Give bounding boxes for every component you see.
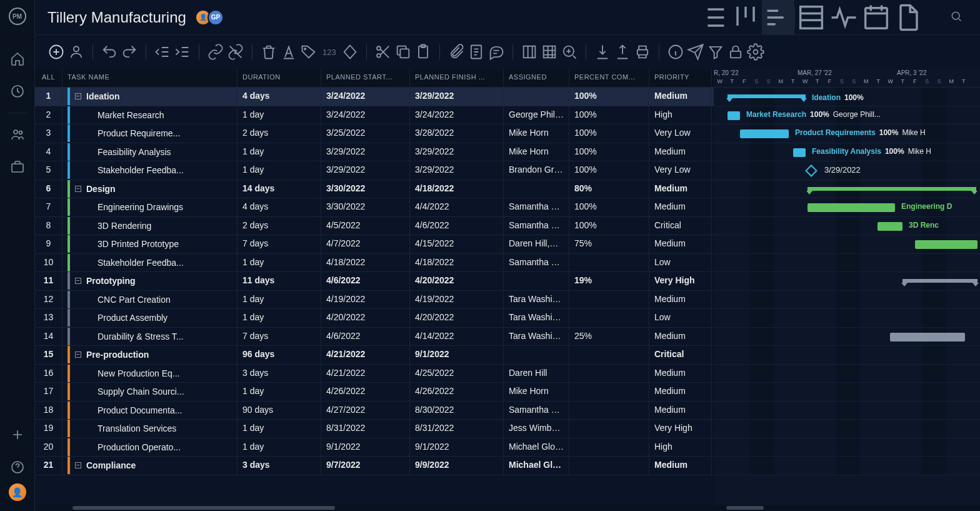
table-row[interactable]: 14Durability & Stress T...7 days4/6/2022… <box>35 328 714 347</box>
delete-icon[interactable] <box>260 43 278 61</box>
gantt-row[interactable] <box>714 272 980 291</box>
export-icon[interactable] <box>614 43 631 61</box>
grid-icon[interactable] <box>541 43 558 61</box>
gantt-row[interactable] <box>714 346 980 365</box>
table-row[interactable]: 15−Pre-production96 days4/21/20229/1/202… <box>35 346 714 365</box>
gantt-body[interactable]: Ideation100%Market Research100%George Ph… <box>714 88 980 475</box>
attach-icon[interactable] <box>448 43 465 61</box>
gantt-task-bar[interactable]: Feasibility Analysis100%Mike H <box>793 148 806 157</box>
add-icon[interactable] <box>10 427 25 442</box>
filter-icon[interactable] <box>707 43 724 61</box>
app-logo[interactable]: PM <box>9 8 26 25</box>
comment-icon[interactable] <box>488 43 505 61</box>
collapse-icon[interactable]: − <box>75 462 81 468</box>
gantt-summary-bar[interactable]: Ideation100% <box>728 94 806 98</box>
gantt-view-icon[interactable] <box>762 0 794 35</box>
cut-icon[interactable] <box>374 43 392 61</box>
files-view-icon[interactable] <box>892 0 925 35</box>
col-task-name[interactable]: TASK NAME <box>62 69 238 87</box>
table-row[interactable]: 3Product Requireme...2 days3/25/20223/28… <box>35 124 714 143</box>
table-row[interactable]: 1−Ideation4 days3/24/20223/29/2022100%Me… <box>35 88 714 106</box>
portfolio-icon[interactable] <box>10 159 25 175</box>
notes-icon[interactable] <box>468 43 485 61</box>
table-row[interactable]: 2Market Research1 day3/24/20223/24/2022G… <box>35 106 714 125</box>
search-icon[interactable] <box>950 10 962 25</box>
outdent-icon[interactable] <box>154 43 171 61</box>
table-row[interactable]: 7Engineering Drawings4 days3/30/20224/4/… <box>35 198 714 217</box>
copy-icon[interactable] <box>394 43 412 61</box>
gantt-task-bar[interactable]: 3D Renc <box>878 222 902 231</box>
grid-body[interactable]: 1−Ideation4 days3/24/20223/29/2022100%Me… <box>35 88 714 505</box>
unlink-icon[interactable] <box>227 43 244 61</box>
recent-icon[interactable] <box>10 84 25 99</box>
text-format-icon[interactable] <box>280 43 298 61</box>
table-row[interactable]: 21−Compliance3 days9/7/20229/9/2022Micha… <box>35 457 714 475</box>
col-priority[interactable]: PRIORITY <box>649 69 712 87</box>
gantt-summary-bar[interactable] <box>902 279 978 283</box>
gantt-row[interactable]: 3D Renc <box>714 217 980 236</box>
home-icon[interactable] <box>10 51 25 66</box>
gantt-row[interactable] <box>714 309 980 328</box>
table-row[interactable]: 83D Rendering2 days4/5/20224/6/2022Saman… <box>35 217 714 236</box>
assign-icon[interactable] <box>68 43 85 61</box>
table-row[interactable]: 6−Design14 days3/30/20224/18/202280%Medi… <box>35 180 714 199</box>
columns-icon[interactable] <box>521 43 538 61</box>
milestone-icon[interactable] <box>341 43 359 61</box>
gantt-row[interactable] <box>714 235 980 254</box>
table-row[interactable]: 19Translation Services1 day8/31/20228/31… <box>35 420 714 438</box>
gantt-row[interactable]: Product Requirements100%Mike H <box>714 124 980 143</box>
board-view-icon[interactable] <box>729 0 762 35</box>
gantt-row[interactable]: Feasibility Analysis100%Mike H <box>714 143 980 162</box>
table-row[interactable]: 13Product Assembly1 day4/20/20224/20/202… <box>35 309 714 328</box>
calendar-view-icon[interactable] <box>860 0 892 35</box>
paste-icon[interactable] <box>414 43 432 61</box>
table-row[interactable]: 4Feasibility Analysis1 day3/29/20223/29/… <box>35 143 714 162</box>
grid-h-scrollbar[interactable] <box>35 505 714 511</box>
gantt-row[interactable] <box>714 180 980 199</box>
import-icon[interactable] <box>594 43 611 61</box>
gantt-task-bar[interactable]: Engineering D <box>808 203 895 212</box>
table-row[interactable]: 11−Prototyping11 days4/6/20224/20/202219… <box>35 272 714 291</box>
project-members[interactable]: 👤 GP <box>199 9 224 26</box>
help-icon[interactable] <box>10 460 25 475</box>
table-row[interactable]: 18Product Documenta...90 days4/27/20228/… <box>35 402 714 420</box>
undo-icon[interactable] <box>101 43 118 61</box>
table-row[interactable]: 17Supply Chain Sourci...1 day4/26/20224/… <box>35 383 714 402</box>
gantt-task-bar[interactable] <box>915 240 978 249</box>
settings-icon[interactable] <box>747 43 764 61</box>
gantt-h-scrollbar[interactable] <box>714 505 980 511</box>
gantt-row[interactable]: Ideation100% <box>714 88 980 106</box>
zoom-icon[interactable] <box>561 43 578 61</box>
collapse-icon[interactable]: − <box>75 278 81 284</box>
team-icon[interactable] <box>10 127 25 142</box>
add-task-icon[interactable] <box>48 43 65 61</box>
lock-icon[interactable] <box>727 43 744 61</box>
gantt-task-bar[interactable] <box>890 333 965 342</box>
workload-view-icon[interactable] <box>828 0 860 35</box>
table-row[interactable]: 5Stakeholder Feedba...1 day3/29/20223/29… <box>35 161 714 180</box>
gantt-row[interactable] <box>714 365 980 383</box>
gantt-row[interactable] <box>714 438 980 457</box>
sheet-view-icon[interactable] <box>795 0 828 35</box>
tag-icon[interactable] <box>300 43 318 61</box>
col-duration[interactable]: DURATION <box>238 69 321 87</box>
link-icon[interactable] <box>207 43 224 61</box>
collapse-icon[interactable]: − <box>75 186 81 192</box>
gantt-milestone[interactable] <box>805 164 818 177</box>
print-icon[interactable] <box>634 43 651 61</box>
gantt-row[interactable]: 3/29/2022 <box>714 161 980 180</box>
gantt-row[interactable] <box>714 420 980 438</box>
table-row[interactable]: 12CNC Part Creation1 day4/19/20224/19/20… <box>35 291 714 310</box>
user-avatar[interactable]: 👤 <box>9 483 26 501</box>
gantt-row[interactable]: Market Research100%George Phill... <box>714 106 980 125</box>
gantt-row[interactable] <box>714 328 980 347</box>
gantt-task-bar[interactable]: Market Research100%George Phill... <box>728 111 740 120</box>
col-all[interactable]: ALL <box>35 69 62 87</box>
table-row[interactable]: 93D Printed Prototype7 days4/7/20224/15/… <box>35 235 714 254</box>
col-assigned[interactable]: ASSIGNED <box>504 69 569 87</box>
table-row[interactable]: 10Stakeholder Feedba...1 day4/18/20224/1… <box>35 254 714 273</box>
list-view-icon[interactable] <box>697 0 729 35</box>
gantt-row[interactable] <box>714 457 980 475</box>
col-percent[interactable]: PERCENT COM... <box>569 69 649 87</box>
gantt-row[interactable] <box>714 291 980 310</box>
